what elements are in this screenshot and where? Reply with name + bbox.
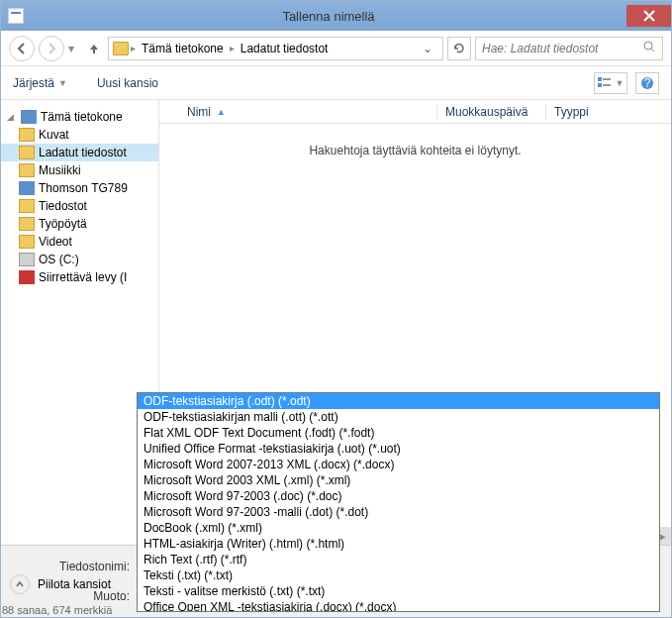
list-view-icon	[598, 77, 614, 89]
format-option[interactable]: HTML-asiakirja (Writer) (.html) (*.html)	[138, 536, 659, 552]
file-list-header: Nimi▲ Muokkauspäivä Tyyppi	[159, 100, 671, 124]
folder-icon	[19, 163, 35, 177]
tree-item-videot[interactable]: Videot	[1, 233, 158, 251]
breadcrumb[interactable]: ▸ Tämä tietokone ▸ Ladatut tiedostot ⌄	[108, 37, 443, 60]
format-dropdown-list[interactable]: ODF-tekstiasiakirja (.odt) (*.odt) ODF-t…	[137, 392, 660, 612]
format-option[interactable]: Teksti - valitse merkistö (.txt) (*.txt)	[138, 583, 659, 599]
new-folder-label: Uusi kansio	[97, 76, 158, 90]
close-button[interactable]	[626, 5, 671, 27]
svg-rect-2	[603, 78, 611, 80]
column-name[interactable]: Nimi▲	[179, 105, 436, 119]
organize-label: Järjestä	[13, 76, 54, 90]
chevron-right-icon: ▸	[230, 43, 235, 53]
window-title: Tallenna nimellä	[31, 9, 626, 24]
tree-label: Työpöytä	[39, 217, 87, 231]
tree-item-thomson[interactable]: Thomson TG789	[1, 179, 158, 197]
hide-folders-label: Piilota kansiot	[38, 577, 111, 591]
format-option[interactable]: Microsoft Word 2003 XML (.xml) (*.xml)	[138, 472, 659, 488]
expand-icon[interactable]: ◢	[7, 112, 17, 122]
navbar: ▾ ▸ Tämä tietokone ▸ Ladatut tiedostot ⌄	[1, 31, 671, 66]
format-option[interactable]: Office Open XML -tekstiasiakirja (.docx)…	[138, 599, 659, 612]
folder-icon	[113, 42, 129, 55]
arrow-up-icon	[87, 42, 101, 55]
refresh-button[interactable]	[447, 37, 471, 60]
view-mode-button[interactable]: ▼	[594, 72, 627, 94]
tree-item-kuvat[interactable]: Kuvat	[1, 126, 158, 144]
svg-point-0	[644, 42, 652, 50]
folder-icon	[19, 235, 35, 249]
chevron-right-icon: ▸	[131, 43, 136, 53]
svg-rect-1	[598, 77, 602, 81]
app-icon	[1, 1, 31, 31]
folder-icon	[19, 199, 35, 213]
hide-folders-button[interactable]: Piilota kansiot	[10, 574, 111, 594]
arrow-left-icon	[15, 42, 29, 55]
folder-icon	[19, 128, 35, 142]
close-icon	[643, 10, 655, 22]
tree-label: OS (C:)	[39, 253, 79, 266]
format-option[interactable]: DocBook (.xml) (*.xml)	[138, 520, 659, 536]
format-option[interactable]: Unified Office Format -tekstiasiakirja (…	[138, 441, 659, 457]
format-option[interactable]: Microsoft Word 2007-2013 XML (.docx) (*.…	[138, 457, 659, 472]
tree-label: Siirrettävä levy (I	[39, 270, 127, 284]
nav-history-dropdown[interactable]: ▾	[68, 42, 80, 55]
search-icon	[642, 40, 656, 56]
folder-tree[interactable]: ◢ Tämä tietokone Kuvat Ladatut tiedostot…	[1, 100, 159, 545]
search-box[interactable]	[475, 37, 663, 60]
statusbar: 88 sanaa, 674 merkkiä	[2, 604, 112, 616]
tree-label: Musiikki	[39, 163, 81, 177]
format-option[interactable]: Rich Text (.rtf) (*.rtf)	[138, 552, 659, 567]
breadcrumb-part[interactable]: Tämä tietokone	[138, 42, 228, 55]
search-input[interactable]	[482, 42, 642, 55]
up-button[interactable]	[84, 39, 104, 58]
help-icon: ?	[640, 76, 654, 90]
refresh-icon	[452, 42, 466, 55]
back-button[interactable]	[9, 36, 35, 61]
filename-label: Tiedostonimi:	[21, 560, 130, 573]
tree-item-tyopoyta[interactable]: Työpöytä	[1, 215, 158, 233]
format-option[interactable]: ODF-tekstiasiakirja (.odt) (*.odt)	[138, 393, 659, 409]
new-folder-button[interactable]: Uusi kansio	[97, 76, 158, 90]
svg-rect-4	[603, 84, 611, 86]
tree-item-os-c[interactable]: OS (C:)	[1, 251, 158, 268]
breadcrumb-part[interactable]: Ladatut tiedostot	[237, 42, 333, 55]
tree-item-ladatut[interactable]: Ladatut tiedostot	[1, 144, 158, 161]
tree-label: Ladatut tiedostot	[39, 146, 127, 159]
svg-rect-3	[598, 83, 602, 87]
folder-icon	[19, 146, 35, 159]
tree-label: Videot	[39, 235, 72, 249]
tree-label: Tämä tietokone	[41, 110, 123, 124]
drive-icon	[19, 253, 35, 266]
breadcrumb-dropdown[interactable]: ⌄	[417, 42, 438, 55]
format-option[interactable]: ODF-tekstiasiakirjan malli (.ott) (*.ott…	[138, 409, 659, 425]
computer-icon	[21, 110, 37, 124]
chevron-down-icon: ▼	[58, 78, 67, 88]
titlebar: Tallenna nimellä	[1, 1, 671, 31]
chevron-up-icon	[10, 574, 30, 594]
arrow-right-icon	[45, 42, 58, 55]
tree-root[interactable]: ◢ Tämä tietokone	[1, 108, 158, 126]
sort-indicator-icon: ▲	[217, 107, 226, 117]
tree-label: Kuvat	[39, 128, 69, 142]
tree-label: Tiedostot	[39, 199, 87, 213]
usb-drive-icon	[19, 270, 35, 284]
format-option[interactable]: Microsoft Word 97-2003 (.doc) (*.doc)	[138, 488, 659, 504]
help-button[interactable]: ?	[635, 72, 659, 94]
chevron-down-icon: ▼	[616, 78, 624, 88]
tree-item-tiedostot[interactable]: Tiedostot	[1, 197, 158, 215]
format-option[interactable]: Microsoft Word 97-2003 -malli (.dot) (*.…	[138, 504, 659, 520]
device-icon	[19, 181, 35, 195]
svg-text:?: ?	[644, 76, 651, 90]
toolbar: Järjestä ▼ Uusi kansio ▼ ?	[1, 66, 671, 100]
folder-icon	[19, 217, 35, 231]
format-option[interactable]: Flat XML ODF Text Document (.fodt) (*.fo…	[138, 425, 659, 441]
tree-label: Thomson TG789	[39, 181, 128, 195]
tree-item-musiikki[interactable]: Musiikki	[1, 161, 158, 179]
column-modified[interactable]: Muokkauspäivä	[436, 105, 545, 119]
column-type[interactable]: Tyyppi	[545, 105, 615, 119]
organize-menu[interactable]: Järjestä ▼	[13, 76, 67, 90]
format-option[interactable]: Teksti (.txt) (*.txt)	[138, 567, 659, 583]
tree-item-removable[interactable]: Siirrettävä levy (I	[1, 268, 158, 286]
forward-button[interactable]	[39, 36, 64, 61]
